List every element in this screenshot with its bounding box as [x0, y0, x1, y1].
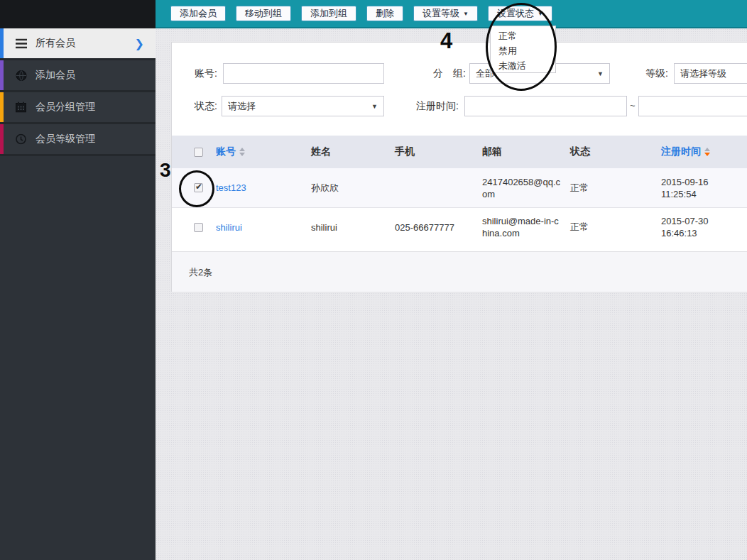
cell-regtime: 2015-07-30 16:46:13	[661, 215, 747, 239]
sort-desc-icon	[704, 148, 710, 156]
sidebar-item-label: 会员分组管理	[36, 101, 95, 114]
cell-email: 2417402658@qq.com	[482, 176, 570, 200]
status-filter-label: 状态:	[172, 96, 217, 116]
level-filter-label: 等级:	[622, 63, 668, 84]
account-filter-label: 账号:	[172, 63, 217, 84]
column-label: 注册时间	[661, 146, 701, 158]
table-row: shilirui shilirui 025-66677777 shilirui@…	[172, 207, 747, 246]
header-phone: 手机	[395, 146, 482, 158]
header-regtime: 注册时间	[661, 146, 747, 158]
cell-name: 孙欣欣	[311, 182, 395, 194]
globe-icon	[15, 70, 27, 82]
button-label: 删除	[376, 7, 394, 20]
dropdown-item-disabled[interactable]: 禁用	[491, 43, 555, 58]
sidebar-item-member-levels[interactable]: 会员等级管理	[0, 124, 156, 156]
group-filter-label: 分 组:	[409, 63, 466, 84]
content-area: 账号: 分 组: 全部 ▼ 等级: 请选择等级 状态: 请选择 ▼ 注册时间: …	[156, 28, 747, 560]
regtime-date: 2015-07-30	[661, 215, 747, 227]
cell-status: 正常	[570, 182, 661, 194]
sort-icon	[239, 148, 245, 156]
account-filter-input[interactable]	[223, 63, 384, 84]
caret-down-icon: ▼	[597, 70, 604, 77]
row-checkbox[interactable]	[194, 183, 203, 192]
sort-by-regtime[interactable]: 注册时间	[661, 146, 747, 158]
annotation-step-3: 3	[160, 159, 171, 182]
dropdown-item-normal[interactable]: 正常	[491, 28, 555, 43]
sidebar-item-label: 添加会员	[36, 69, 75, 82]
button-label: 添加到组	[310, 7, 347, 20]
column-label: 账号	[216, 146, 236, 158]
move-to-group-button[interactable]: 移动到组	[236, 6, 291, 21]
add-to-group-button[interactable]: 添加到组	[301, 6, 356, 21]
sidebar: 所有会员 ❯ 添加会员 会员分组管理 会员等级管理	[0, 0, 156, 560]
cell-phone: 025-66677777	[395, 222, 482, 233]
menu-icon	[15, 38, 27, 50]
add-member-button[interactable]: 添加会员	[170, 6, 226, 21]
sidebar-item-label: 会员等级管理	[36, 133, 95, 146]
account-link[interactable]: shilirui	[216, 222, 242, 233]
sort-by-account[interactable]: 账号	[216, 146, 311, 158]
email-text: shilirui@made-in-china.com	[482, 215, 563, 239]
total-count: 共2条	[189, 267, 212, 278]
color-bar	[0, 92, 4, 122]
cell-name: shilirui	[311, 222, 395, 233]
selected-value: 请选择	[228, 100, 256, 113]
level-icon	[15, 133, 27, 146]
cell-account: shilirui	[216, 222, 311, 233]
header-name: 姓名	[311, 146, 395, 158]
regtime-start-input[interactable]	[464, 96, 627, 116]
annotation-step-4: 4	[440, 28, 452, 54]
row-checkbox-cell	[172, 183, 216, 192]
button-label: 移动到组	[245, 7, 282, 20]
set-status-dropdown-menu: 正常 禁用 未激活	[490, 26, 556, 73]
account-link[interactable]: test123	[216, 182, 246, 193]
selected-value: 请选择等级	[680, 67, 726, 80]
cell-account: test123	[216, 182, 311, 193]
regtime-filter-label: 注册时间:	[395, 96, 459, 116]
regtime-time: 16:46:13	[661, 227, 747, 239]
toolbar: 添加会员 移动到组 添加到组 删除 设置等级 ▼ 设置状态 ▼	[156, 0, 747, 28]
cell-status: 正常	[570, 221, 661, 234]
color-bar	[0, 124, 4, 154]
button-label: 添加会员	[180, 7, 217, 20]
cell-email: shilirui@made-in-china.com	[482, 215, 570, 239]
table-header-row: 账号 姓名 手机 邮箱 状态 注册时间	[172, 136, 747, 168]
sidebar-item-member-groups[interactable]: 会员分组管理	[0, 92, 156, 124]
header-email: 邮箱	[482, 146, 570, 158]
sidebar-item-add-member[interactable]: 添加会员	[0, 60, 156, 92]
dropdown-item-inactive[interactable]: 未激活	[491, 58, 555, 73]
regtime-time: 11:25:54	[661, 188, 747, 200]
row-checkbox-cell	[172, 223, 216, 232]
sidebar-header	[0, 0, 156, 28]
range-separator: ~	[630, 100, 636, 111]
member-list-panel: 账号: 分 组: 全部 ▼ 等级: 请选择等级 状态: 请选择 ▼ 注册时间: …	[171, 42, 747, 292]
status-filter-select[interactable]: 请选择 ▼	[222, 96, 384, 116]
email-text: 2417402658@qq.com	[482, 176, 563, 200]
select-all-checkbox[interactable]	[194, 148, 203, 157]
active-indicator-bar	[0, 28, 4, 58]
row-checkbox[interactable]	[194, 223, 203, 232]
sidebar-item-all-members[interactable]: 所有会员 ❯	[0, 28, 156, 60]
set-status-button[interactable]: 设置状态 ▼	[488, 6, 552, 21]
cell-regtime: 2015-09-16 11:25:54	[661, 176, 747, 200]
header-status: 状态	[570, 146, 661, 158]
button-label: 设置等级	[422, 7, 459, 20]
level-filter-select[interactable]: 请选择等级	[674, 63, 747, 84]
caret-down-icon: ▼	[463, 11, 469, 17]
set-level-button[interactable]: 设置等级 ▼	[413, 6, 478, 21]
table-row: test123 孙欣欣 2417402658@qq.com 正常 2015-09…	[172, 168, 747, 207]
caret-down-icon: ▼	[371, 103, 378, 110]
delete-button[interactable]: 删除	[366, 6, 403, 21]
regtime-end-input[interactable]	[638, 96, 747, 116]
calendar-icon	[15, 101, 27, 114]
chevron-right-icon: ❯	[135, 37, 144, 50]
caret-down-icon: ▼	[538, 11, 543, 17]
header-checkbox-cell	[172, 148, 216, 157]
header-account: 账号	[216, 146, 311, 158]
sidebar-item-label: 所有会员	[36, 37, 75, 50]
color-bar	[0, 60, 4, 90]
table-footer: 共2条	[172, 251, 747, 292]
regtime-date: 2015-09-16	[661, 176, 747, 188]
button-label: 设置状态	[497, 7, 534, 20]
